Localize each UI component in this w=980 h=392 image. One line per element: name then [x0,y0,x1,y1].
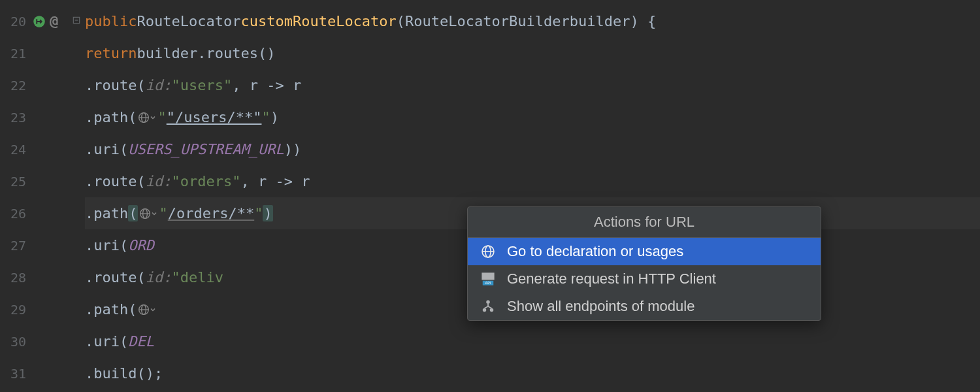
method-call: .uri( [85,141,128,157]
method-call: .route( [85,173,146,189]
popup-item-goto-declaration[interactable]: Go to declaration or usages [468,238,821,265]
line-number: 24 [7,142,26,157]
code-text: , r -> r [240,173,310,189]
popup-item-label: Show all endpoints of module [507,298,694,315]
code-line[interactable]: return builder.routes() [85,37,980,69]
globe-icon[interactable] [138,112,156,123]
globe-icon[interactable] [138,304,156,316]
gutter-row: 20 @ [0,5,85,37]
paren-open-match: ( [128,205,138,221]
popup-item-label: Generate request in HTTP Client [507,270,716,287]
keyword-public: public [85,13,137,29]
globe-icon [480,244,497,259]
actions-popup: Actions for URL Go to declaration or usa… [467,206,821,321]
string-literal: " [261,109,270,125]
code-line[interactable]: .route( id: "users", r -> r [85,69,980,101]
line-number: 21 [7,46,26,61]
fold-icon[interactable] [72,15,81,27]
line-number: 26 [7,206,26,221]
method-call: .path [85,205,128,221]
method-call: .path( [85,301,137,318]
code-line[interactable]: .path(""/users/**"") [85,101,980,133]
paren-close: ) [270,109,279,125]
string-literal: "users" [171,77,232,93]
method-call: .route( [85,77,146,93]
tree-icon [480,299,497,314]
line-number: 31 [7,366,26,382]
inlay-hint: id: [146,269,172,286]
constant-ref: USERS_UPSTREAM_URL [128,141,284,157]
keyword-return: return [85,45,137,61]
line-number: 20 [7,14,26,29]
line-number: 29 [7,302,26,318]
string-literal: " [157,109,166,125]
method-call: .uri( [85,333,128,350]
constant-ref: ORD [128,237,154,253]
line-number: 25 [7,174,26,189]
line-number: 27 [7,238,26,253]
method-call: .uri( [85,237,128,253]
constant-ref: DEL [128,333,154,350]
param-type: RouteLocatorBuilder [405,13,570,29]
string-literal: " [159,205,167,221]
nav-icon[interactable] [33,15,46,28]
string-literal: "deliv [171,269,223,286]
code-editor: 20 @ 21 22 23 24 25 26 27 28 29 30 31 pu… [0,0,980,392]
line-number: 30 [7,334,26,350]
code-area[interactable]: public RouteLocator customRouteLocator(R… [85,0,980,392]
paren-close-match: ) [263,205,272,221]
param-name: builder [570,13,630,29]
method-call: .build(); [85,365,163,382]
inlay-hint: id: [146,77,172,93]
code-line[interactable]: .build(); [85,357,980,389]
popup-item-show-endpoints[interactable]: Show all endpoints of module [468,293,821,320]
method-call: .path( [85,109,137,125]
popup-item-generate-request[interactable]: Generate request in HTTP Client [468,265,821,293]
code-line[interactable]: .uri(DEL [85,325,980,357]
string-literal: "orders" [171,173,240,189]
api-icon [480,272,497,286]
url-path[interactable]: /orders/** [168,205,254,221]
code-text: , r -> r [232,77,301,93]
return-type: RouteLocator [137,13,240,29]
globe-icon[interactable] [139,208,157,220]
annotation-marker: @ [50,13,58,29]
popup-item-label: Go to declaration or usages [507,243,683,260]
line-number: 23 [7,110,26,125]
gutter: 20 @ 21 22 23 24 25 26 27 28 29 30 31 [0,0,85,392]
inlay-hint: id: [146,173,172,189]
string-literal: " [254,205,263,221]
code-line[interactable]: .uri(USERS_UPSTREAM_URL)) [85,133,980,165]
method-call: builder.routes() [137,45,275,61]
line-number: 22 [7,78,26,93]
method-call: .route( [85,269,146,286]
line-number: 28 [7,270,26,286]
paren-close: )) [284,141,302,157]
popup-title: Actions for URL [468,207,821,238]
url-path[interactable]: "/users/**" [167,109,262,125]
method-name: customRouteLocator [240,13,396,29]
code-line[interactable]: public RouteLocator customRouteLocator(R… [85,5,980,37]
code-line[interactable]: .route( id: "orders", r -> r [85,165,980,197]
